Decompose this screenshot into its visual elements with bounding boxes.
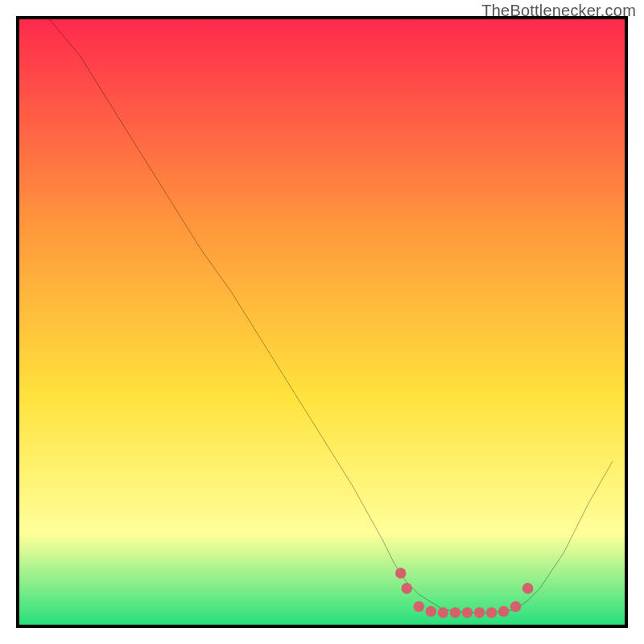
optimal-dot (486, 607, 497, 618)
optimal-dot (450, 607, 461, 618)
optimal-dot (474, 607, 485, 618)
optimal-dot (510, 601, 522, 613)
optimal-dot (438, 607, 449, 618)
optimal-dot (414, 601, 425, 613)
chart-stage: TheBottlenecker.com (0, 0, 644, 644)
optimal-dot (426, 606, 437, 617)
optimal-dot (498, 606, 510, 617)
optimal-dot (522, 583, 534, 594)
plot-area (16, 16, 628, 628)
chart-svg (19, 19, 625, 625)
optimal-dot (402, 583, 413, 594)
gradient-background (19, 19, 625, 625)
optimal-dot (395, 568, 407, 579)
optimal-dot (462, 607, 473, 618)
watermark-text: TheBottlenecker.com (481, 2, 636, 20)
